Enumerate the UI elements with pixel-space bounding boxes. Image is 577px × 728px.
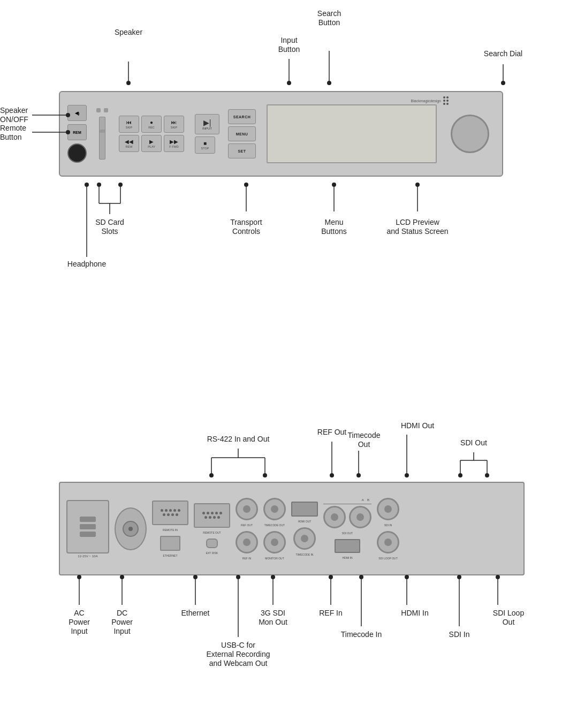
- hdmi-out-label: HDMI OUT: [298, 520, 312, 523]
- transport-label: Transport: [230, 218, 262, 226]
- sd-card-label2: Slots: [101, 227, 118, 236]
- remote-btn-label: Remote: [0, 124, 26, 132]
- hdmi-group: HDMI OUT TIMECODE IN: [291, 502, 318, 556]
- ref-out-connector: [236, 498, 258, 520]
- skip-forward-icon: ⏭: [171, 119, 177, 125]
- sdi-out-dot1: [458, 473, 462, 477]
- sdi-in-label-panel: SDI IN: [384, 524, 392, 527]
- ac-power-connector: [66, 500, 109, 553]
- tc-in-dot: [359, 575, 363, 579]
- dc-power-callout-label: DC: [117, 609, 127, 617]
- timecode-in-label-panel: TIMECODE IN: [296, 553, 314, 556]
- menu-buttons-group: SEARCH MENU SET: [228, 109, 256, 158]
- monitor-out-inner: [271, 539, 278, 546]
- usbc-callout-label: USB-C for: [221, 641, 255, 649]
- dc-power-callout-label2: Power: [111, 618, 133, 626]
- hdmi-in-dot: [405, 575, 409, 579]
- rs422-dot1: [209, 473, 214, 477]
- dc-pin: [128, 527, 133, 531]
- skip-back-icon: ⏮: [126, 119, 132, 125]
- menu-button-panel[interactable]: MENU: [228, 126, 256, 141]
- fader-area: [96, 108, 108, 160]
- play-button[interactable]: ▶ PLAY: [141, 135, 162, 152]
- menu-button-label: MENU: [236, 132, 248, 136]
- skip-back-label: SKIP: [126, 126, 133, 129]
- transport-row-top: ⏮ SKIP ● REC ⏭ SKIP: [119, 116, 184, 133]
- transport-controls-group: ⏮ SKIP ● REC ⏭ SKIP ◀◀ REW: [119, 116, 184, 152]
- transport-row-bottom: ◀◀ REW ▶ PLAY ▶▶ F FWD: [119, 135, 184, 152]
- bmd-logo-area: Blackmagicdesign: [411, 96, 449, 105]
- search-button-panel[interactable]: SEARCH: [228, 109, 256, 124]
- set-button-label: SET: [238, 149, 246, 153]
- front-panel: ◀) REM ⏮: [59, 91, 503, 177]
- usbc-callout-label2: External Recording: [206, 650, 270, 658]
- ref-out-dot: [330, 473, 334, 477]
- ref-in-connector: [236, 531, 258, 553]
- hdmi-in-row: [335, 539, 360, 553]
- ac-slot-bot: [80, 532, 96, 537]
- skip-back-button[interactable]: ⏮ SKIP: [119, 116, 139, 133]
- remote-in-label: REMOTE IN: [163, 528, 178, 532]
- hdmi-in-callout-label: HDMI In: [401, 609, 428, 617]
- dc-power-dot: [120, 575, 124, 579]
- ac-slot-mid: [80, 524, 96, 529]
- timecode-in-inner: [301, 535, 308, 542]
- lcd-dot: [415, 183, 420, 187]
- rem-label: REM: [73, 131, 81, 134]
- remote-in-group: REMOTE IN ETHERNET: [152, 500, 188, 557]
- input-btn-label: Input: [280, 36, 297, 44]
- speaker-button[interactable]: ◀): [67, 105, 87, 121]
- ref-in-label: REF IN: [242, 557, 251, 560]
- rem-button[interactable]: REM: [67, 124, 87, 140]
- bmd-logo-text: Blackmagicdesign: [411, 99, 441, 103]
- sdi-loop-dot: [496, 575, 500, 579]
- skip-forward-button[interactable]: ⏭ SKIP: [164, 116, 184, 133]
- sdi-loop-connector: [377, 531, 399, 553]
- fader-track[interactable]: [99, 117, 105, 160]
- ref-in-inner: [243, 539, 250, 546]
- ac-power-block: 12-15V ⎓ 10A: [66, 500, 109, 558]
- lcd-label: LCD Preview: [396, 218, 440, 226]
- rewind-icon: ◀◀: [125, 139, 133, 145]
- set-button-panel[interactable]: SET: [228, 143, 256, 158]
- ref-in-dot: [329, 575, 333, 579]
- sdi-out-b-inner: [356, 513, 364, 521]
- sdi-mon-dot: [271, 575, 275, 579]
- ethernet-connector: [160, 536, 180, 551]
- monitor-out-connector: [263, 531, 286, 553]
- fader-dot-2: [104, 108, 108, 112]
- hdmi-in-connector: [335, 539, 360, 553]
- ext-disk-connector: [206, 539, 218, 548]
- timecode-group: TIMECODE OUT MONITOR OUT: [263, 498, 286, 560]
- hdmi-out-callout-label: HDMI Out: [401, 421, 434, 430]
- fader-dot-1: [96, 108, 101, 112]
- sdi-mon-callout-label: 3G SDI: [261, 609, 285, 617]
- tc-out-dot: [356, 473, 361, 477]
- sdi-out-a-connector: [323, 506, 346, 528]
- sdi-loop-callout-label: SDI Loop: [493, 609, 525, 617]
- stop-button[interactable]: ■ STOP: [195, 136, 215, 154]
- dc-power-connector: [115, 507, 147, 550]
- ref-out-group: REF OUT REF IN: [236, 498, 258, 560]
- fast-forward-button[interactable]: ▶▶ F FWD: [164, 135, 184, 152]
- stop-label: STOP: [201, 147, 209, 150]
- search-dial[interactable]: [451, 115, 489, 153]
- search-btn-dot: [327, 81, 331, 85]
- remote-out-connector: [194, 503, 230, 528]
- tc-in-callout-label: Timecode In: [341, 630, 382, 639]
- left-cluster: ◀) REM: [67, 105, 87, 163]
- usbc-dot: [236, 575, 240, 579]
- sdi-in-inner: [384, 505, 392, 513]
- remote-out-group: REMOTE OUT EXT DISK: [194, 503, 230, 555]
- record-button[interactable]: ● REC: [141, 116, 162, 133]
- speaker-onoff-label: Speaker: [0, 106, 28, 115]
- input-button[interactable]: ▶| INPUT: [195, 114, 219, 134]
- speaker-dot: [126, 81, 131, 85]
- input-button-area: ▶| INPUT ■ STOP: [195, 114, 219, 154]
- rewind-button[interactable]: ◀◀ REW: [119, 135, 139, 152]
- search-dial-dot: [501, 81, 505, 85]
- ref-out-inner: [243, 505, 250, 513]
- top-section: ◀) REM ⏮: [0, 0, 577, 353]
- sdi-loop-inner: [384, 539, 392, 546]
- usbc-callout-label3: and Webcam Out: [209, 659, 268, 668]
